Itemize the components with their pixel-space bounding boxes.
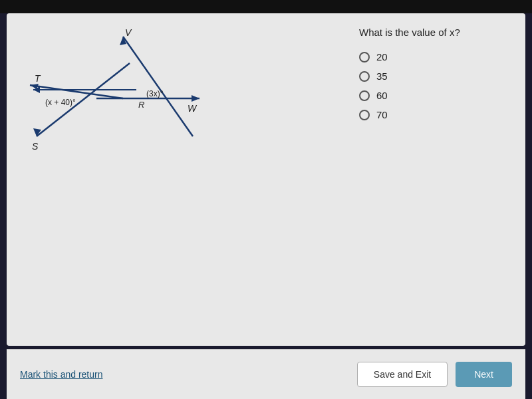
question-text: What is the value of x? — [359, 27, 505, 38]
answer-label-1: 20 — [376, 51, 388, 63]
answer-label-3: 60 — [376, 90, 388, 101]
bottom-bar: Mark this and return Save and Exit Next — [7, 349, 525, 399]
radio-4[interactable] — [359, 110, 370, 120]
svg-text:S: S — [32, 141, 39, 152]
answer-label-2: 35 — [376, 70, 388, 82]
svg-line-2 — [30, 85, 123, 98]
radio-2[interactable] — [359, 71, 370, 82]
next-button[interactable]: Next — [456, 362, 512, 387]
answer-option-1[interactable]: 20 — [359, 51, 505, 63]
main-content: T V S W R (x + 40)° (3x)° What is the va… — [7, 13, 525, 346]
svg-text:V: V — [125, 27, 132, 38]
svg-text:(3x)°: (3x)° — [146, 89, 164, 98]
svg-marker-7 — [192, 95, 200, 102]
svg-text:R: R — [138, 100, 144, 110]
mark-return-link[interactable]: Mark this and return — [20, 369, 103, 380]
top-bar — [0, 0, 532, 13]
answer-label-4: 70 — [376, 109, 388, 120]
svg-text:T: T — [35, 73, 41, 84]
svg-marker-5 — [33, 128, 41, 136]
geometry-diagram: T V S W R (x + 40)° (3x)° — [20, 27, 233, 173]
diagram-area: T V S W R (x + 40)° (3x)° — [7, 13, 339, 346]
answer-option-3[interactable]: 60 — [359, 90, 505, 101]
button-group: Save and Exit Next — [357, 362, 512, 387]
svg-line-8 — [123, 37, 193, 136]
svg-text:W: W — [188, 103, 198, 114]
question-area: What is the value of x? 20 35 60 70 — [339, 13, 525, 346]
answer-option-4[interactable]: 70 — [359, 109, 505, 120]
svg-text:(x + 40)°: (x + 40)° — [45, 98, 76, 107]
save-exit-button[interactable]: Save and Exit — [357, 362, 448, 387]
screen: T V S W R (x + 40)° (3x)° What is the va… — [0, 0, 532, 399]
answer-option-2[interactable]: 35 — [359, 70, 505, 82]
radio-1[interactable] — [359, 52, 370, 63]
radio-3[interactable] — [359, 90, 370, 101]
